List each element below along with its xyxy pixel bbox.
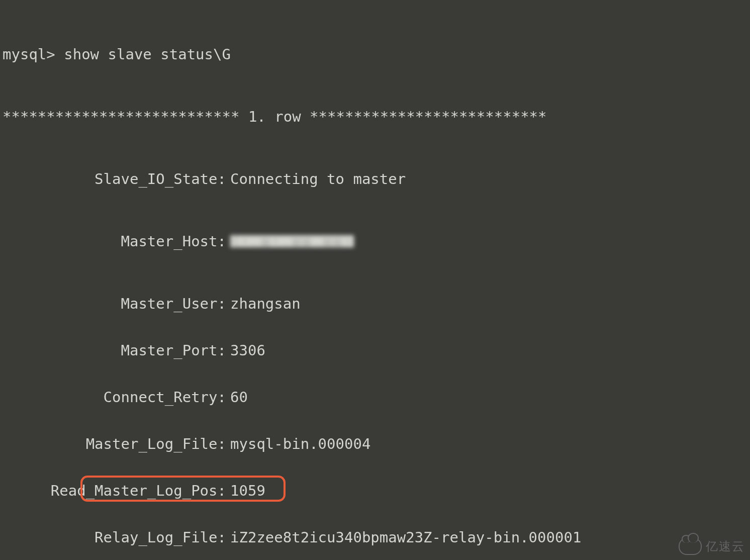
field-read-master-log-pos: Read_Master_Log_Pos:1059: [0, 483, 750, 499]
cloud-icon: [679, 538, 702, 555]
field-master-port: Master_Port:3306: [0, 343, 750, 358]
command-line: mysql> show slave status\G: [0, 47, 750, 62]
label: Slave_IO_State:: [0, 171, 230, 187]
value-redacted: 4•.■•.■■.■■•: [230, 234, 354, 249]
sep-right: ***************************: [301, 109, 547, 125]
label: Master_User:: [0, 296, 230, 312]
field-master-log-file: Master_Log_File:mysql-bin.000004: [0, 436, 750, 452]
field-connect-retry: Connect_Retry:60: [0, 390, 750, 405]
value: 3306: [230, 343, 265, 358]
label: Master_Log_File:: [0, 436, 230, 452]
terminal-output: mysql> show slave status\G *************…: [0, 0, 750, 560]
command-text: show slave status\G: [64, 47, 231, 62]
value: zhangsan: [230, 296, 301, 312]
label: Connect_Retry:: [0, 390, 230, 405]
field-slave-io-state: Slave_IO_State:Connecting to master: [0, 171, 750, 187]
value: mysql-bin.000004: [230, 436, 370, 452]
field-master-user: Master_User:zhangsan: [0, 296, 750, 312]
label: Relay_Log_File:: [0, 530, 230, 545]
sep-mid: 1. row: [248, 109, 301, 125]
row-separator: *************************** 1. row *****…: [0, 109, 750, 125]
value: Connecting to master: [230, 171, 406, 187]
label: Master_Host:: [0, 234, 230, 249]
label: Read_Master_Log_Pos:: [0, 483, 230, 499]
prompt: mysql>: [3, 47, 64, 62]
value: 60: [230, 390, 248, 405]
sep-left: ***************************: [3, 109, 248, 125]
field-relay-log-file: Relay_Log_File:iZ2zee8t2icu340bpmaw23Z-r…: [0, 530, 750, 545]
field-master-host: Master_Host:4•.■•.■■.■■•: [0, 234, 750, 249]
watermark-text: 亿速云: [706, 540, 745, 553]
value: 1059: [230, 483, 265, 499]
label: Master_Port:: [0, 343, 230, 358]
value: iZ2zee8t2icu340bpmaw23Z-relay-bin.000001: [230, 530, 581, 545]
watermark: 亿速云: [679, 538, 745, 555]
